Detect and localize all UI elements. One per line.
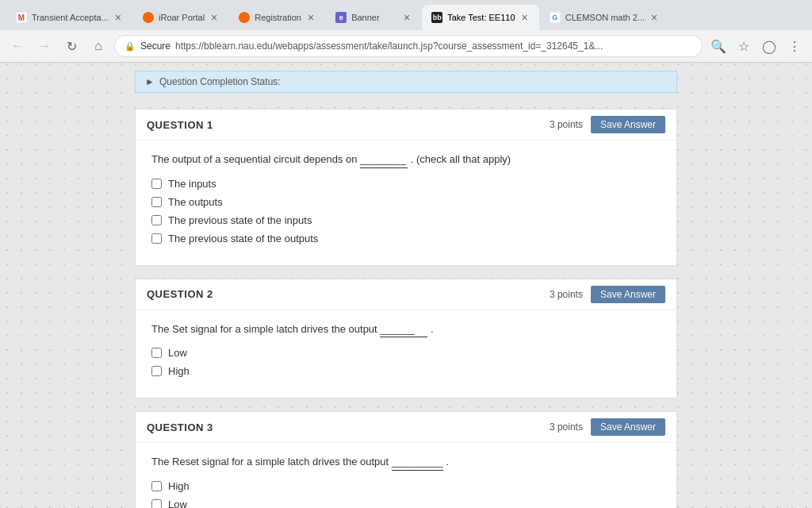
- q2-checkbox-2[interactable]: [151, 366, 162, 376]
- question-2-blank: ______: [380, 321, 427, 338]
- address-text: https://bblearn.nau.edu/webapps/assessme…: [175, 40, 692, 52]
- question-3-right: 3 points Save Answer: [550, 418, 665, 436]
- question-2-block: QUESTION 2 3 points Save Answer The Set …: [135, 279, 677, 399]
- svg-point-0: [144, 13, 152, 21]
- address-bar[interactable]: 🔒 Secure https://bblearn.nau.edu/webapps…: [114, 35, 703, 57]
- question-2-title: QUESTION 2: [147, 288, 213, 300]
- q1-choice-1-label: The inputs: [168, 178, 216, 190]
- tab-gmail[interactable]: M Transient Accepta... ×: [6, 5, 132, 30]
- nav-actions: 🔍 ☆ ◯ ⋮: [707, 35, 806, 57]
- banner-icon: e: [335, 12, 347, 23]
- q2-checkbox-1[interactable]: [151, 348, 162, 358]
- main-content: ► Question Completion Status: QUESTION 1…: [0, 63, 812, 508]
- tab-close-clemson[interactable]: ×: [649, 11, 659, 24]
- q1-checkbox-1[interactable]: [151, 179, 162, 189]
- tab-label: iRoar Portal: [159, 13, 205, 22]
- question-2-right: 3 points Save Answer: [550, 286, 665, 303]
- question-2-points: 3 points: [550, 289, 583, 300]
- back-button[interactable]: ←: [6, 35, 29, 57]
- q3-choice-2-label: Low: [168, 498, 187, 509]
- question-3-blank: _________: [392, 454, 443, 471]
- question-1-text: The output of a sequential circuit depen…: [151, 152, 661, 168]
- question-3-header: QUESTION 3 3 points Save Answer: [136, 412, 676, 443]
- svg-point-1: [240, 13, 248, 21]
- q1-choice-3: The previous state of the inputs: [151, 214, 661, 226]
- save-answer-q3-button[interactable]: Save Answer: [591, 418, 665, 436]
- question-1-title: QUESTION 1: [147, 119, 213, 131]
- tab-close-taketest[interactable]: ×: [520, 11, 530, 24]
- status-bar: ► Question Completion Status:: [135, 71, 677, 93]
- save-answer-q1-button[interactable]: Save Answer: [591, 116, 665, 133]
- question-2-header: QUESTION 2 3 points Save Answer: [136, 279, 676, 310]
- question-1-blank: ________: [360, 152, 408, 168]
- question-2-body: The Set signal for a simple latch drives…: [136, 310, 676, 398]
- q1-checkbox-3[interactable]: [151, 215, 162, 225]
- save-answer-q2-button[interactable]: Save Answer: [591, 286, 665, 303]
- iroar-icon: [143, 12, 154, 23]
- q1-choice-3-label: The previous state of the inputs: [168, 214, 312, 226]
- q1-choice-2: The outputs: [151, 196, 661, 208]
- tab-label: Registration: [255, 13, 301, 22]
- tab-close-registration[interactable]: ×: [306, 11, 316, 24]
- q3-choice-1: High: [151, 480, 661, 492]
- tab-close-banner[interactable]: ×: [402, 11, 412, 24]
- forward-button[interactable]: →: [33, 35, 56, 57]
- q1-choice-4-label: The previous state of the outputs: [168, 233, 318, 244]
- question-1-right: 3 points Save Answer: [550, 116, 665, 133]
- nav-bar: ← → ↻ ⌂ 🔒 Secure https://bblearn.nau.edu…: [0, 30, 812, 62]
- question-3-block: QUESTION 3 3 points Save Answer The Rese…: [135, 411, 677, 508]
- tab-registration[interactable]: Registration ×: [229, 5, 325, 30]
- tab-banner[interactable]: e Banner ×: [326, 5, 421, 30]
- tab-close-iroar[interactable]: ×: [209, 11, 219, 24]
- question-1-header: QUESTION 1 3 points Save Answer: [136, 110, 676, 140]
- tab-bar: M Transient Accepta... × iRoar Portal × …: [0, 0, 812, 30]
- tab-label: CLEMSON math 2...: [565, 13, 645, 22]
- question-1-body: The output of a sequential circuit depen…: [136, 140, 676, 265]
- gmail-icon: M: [16, 12, 27, 23]
- q1-choice-2-label: The outputs: [168, 196, 223, 208]
- tab-clemson[interactable]: G CLEMSON math 2... ×: [540, 5, 668, 30]
- reload-button[interactable]: ↻: [60, 35, 82, 57]
- q1-checkbox-2[interactable]: [151, 197, 162, 207]
- q2-choice-2-label: High: [168, 365, 190, 377]
- q3-checkbox-2[interactable]: [151, 499, 162, 509]
- question-3-points: 3 points: [550, 421, 583, 433]
- q1-choice-1: The inputs: [151, 178, 661, 190]
- bb-icon: bb: [431, 12, 442, 23]
- q2-choice-1-label: Low: [168, 347, 187, 359]
- question-3-text: The Reset signal for a simple latch driv…: [151, 454, 661, 471]
- browser-chrome: M Transient Accepta... × iRoar Portal × …: [0, 0, 812, 63]
- tab-label: Take Test: EE110: [447, 13, 515, 22]
- question-1-points: 3 points: [550, 119, 583, 130]
- bookmark-button[interactable]: ☆: [733, 35, 755, 57]
- q1-checkbox-4[interactable]: [151, 233, 162, 244]
- question-3-title: QUESTION 3: [147, 421, 213, 433]
- google-icon: G: [550, 12, 561, 23]
- registration-icon: [239, 12, 250, 23]
- tab-label: Banner: [351, 13, 397, 22]
- q3-choice-2: Low: [151, 498, 661, 509]
- secure-icon: 🔒: [124, 41, 136, 52]
- question-2-text: The Set signal for a simple latch drives…: [151, 321, 661, 338]
- q3-choice-1-label: High: [168, 480, 190, 492]
- q2-choice-1: Low: [151, 347, 661, 359]
- search-button[interactable]: 🔍: [707, 35, 730, 57]
- question-3-body: The Reset signal for a simple latch driv…: [136, 443, 676, 508]
- q3-checkbox-1[interactable]: [151, 481, 162, 491]
- secure-label: Secure: [140, 40, 170, 52]
- tab-iroar[interactable]: iRoar Portal ×: [133, 5, 228, 30]
- tab-taketest[interactable]: bb Take Test: EE110 ×: [422, 5, 539, 30]
- q1-choice-4: The previous state of the outputs: [151, 233, 661, 244]
- status-label: Question Completion Status:: [159, 76, 281, 87]
- question-1-block: QUESTION 1 3 points Save Answer The outp…: [135, 109, 677, 266]
- home-button[interactable]: ⌂: [87, 35, 109, 57]
- menu-button[interactable]: ⋮: [783, 35, 806, 57]
- status-arrow: ►: [145, 76, 155, 87]
- tab-close-gmail[interactable]: ×: [113, 11, 123, 24]
- tab-label: Transient Accepta...: [32, 13, 109, 22]
- q2-choice-2: High: [151, 365, 661, 377]
- profile-button[interactable]: ◯: [758, 35, 780, 57]
